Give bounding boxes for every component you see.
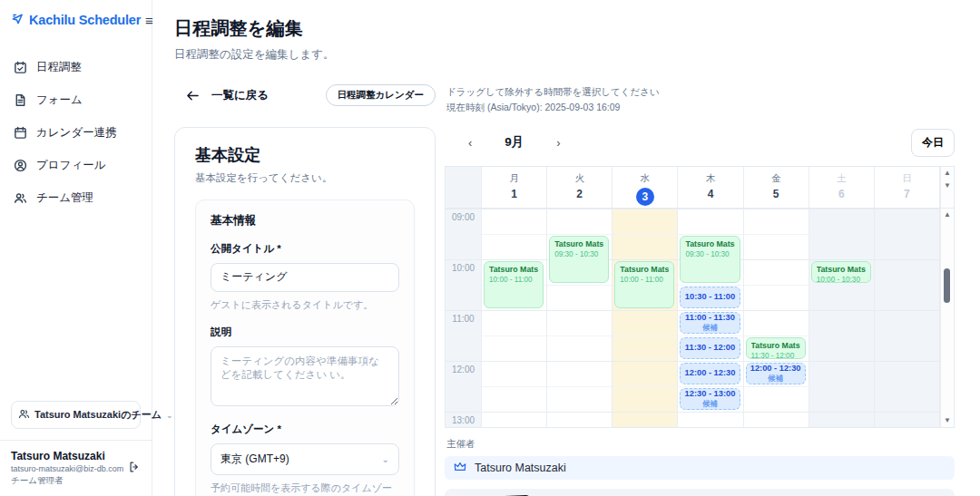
candidate-slot[interactable]: 12:30 - 13:00候補 bbox=[680, 388, 740, 410]
team-selector[interactable]: Tatsuro Matsuzakiのチーム ⌄ bbox=[11, 401, 141, 429]
timezone-help: 予約可能時間を表示する際のタイムゾーンです。 bbox=[211, 481, 399, 496]
day-header-5[interactable]: 土6 bbox=[809, 167, 875, 208]
app-logo: Kachilu Scheduler ≡ bbox=[11, 12, 141, 28]
day-header-0[interactable]: 月1 bbox=[482, 167, 547, 208]
sidebar-item-label: カレンダー連携 bbox=[36, 125, 117, 141]
candidate-slot[interactable]: 11:00 - 11:30候補 bbox=[680, 312, 740, 334]
organizer-name: Tatsuro Matsuzaki bbox=[475, 462, 566, 474]
sidebar-item-2[interactable]: カレンダー連携 bbox=[11, 121, 141, 145]
candidate-slot[interactable]: 10:30 - 11:00 bbox=[680, 287, 740, 308]
time-gutter: 09:0010:0011:0012:0013:00 bbox=[446, 209, 482, 427]
meeting-list-item[interactable]: ミーティング 30分 bbox=[445, 489, 955, 496]
busy-event[interactable]: Tatsuro Matsuza...10:00 - 11:00 bbox=[484, 261, 544, 308]
scroll-down-icon[interactable]: ▼ bbox=[944, 180, 951, 192]
busy-event[interactable]: Tatsuro Matsuza...09:30 - 10:30 bbox=[549, 236, 609, 283]
scrollbar-thumb[interactable] bbox=[944, 268, 950, 303]
time-label: 12:00 bbox=[446, 365, 481, 374]
day-header-2[interactable]: 水3 bbox=[612, 167, 678, 208]
sidebar: Kachilu Scheduler ≡ 日程調整フォームカレンダー連携プロフィー… bbox=[0, 0, 152, 496]
page-title: 日程調整を編集 bbox=[174, 16, 962, 41]
scroll-up-icon[interactable]: ▲ bbox=[944, 167, 951, 180]
sidebar-item-3[interactable]: プロフィール bbox=[11, 153, 141, 178]
sidebar-item-label: チーム管理 bbox=[36, 190, 93, 206]
busy-event[interactable]: Tatsuro Matsuza...11:30 - 12:00 bbox=[746, 337, 806, 359]
day-header-row: 月1火2水3木4金5土6日7 ▲ ▼ bbox=[446, 167, 954, 209]
description-textarea[interactable] bbox=[211, 346, 399, 406]
basic-settings-subtitle: 基本設定を行ってください。 bbox=[195, 171, 415, 185]
busy-event[interactable]: Tatsuro Matsuza...09:30 - 10:30 bbox=[680, 236, 740, 283]
day-header-4[interactable]: 金5 bbox=[744, 167, 809, 208]
day-header-1[interactable]: 火2 bbox=[547, 167, 612, 208]
day-column-6[interactable] bbox=[875, 209, 940, 427]
time-label: 11:00 bbox=[446, 314, 481, 324]
candidate-slot[interactable]: 12:00 - 12:30候補 bbox=[746, 363, 806, 384]
sidebar-item-label: 日程調整 bbox=[36, 60, 82, 75]
user-block: Tatsuro Matsuzaki tatsuro-matsuzaki@biz-… bbox=[0, 440, 152, 487]
time-label: 13:00 bbox=[446, 415, 481, 425]
timezone-value: 東京 (GMT+9) bbox=[220, 452, 289, 467]
day-column-5[interactable]: Tatsuro Matsuza...10:00 - 10:30 bbox=[809, 209, 875, 427]
header-scroll-rail: ▲ ▼ bbox=[940, 167, 954, 208]
time-label: 10:00 bbox=[446, 263, 481, 273]
public-title-input[interactable] bbox=[211, 263, 399, 292]
calendar-body: 09:0010:0011:0012:0013:00 Tatsuro Matsuz… bbox=[446, 209, 954, 427]
hint-line2: 現在時刻 (Asia/Tokyo): 2025-09-03 16:09 bbox=[446, 100, 660, 115]
day-column-3[interactable]: Tatsuro Matsuza...09:30 - 10:3010:30 - 1… bbox=[678, 209, 743, 427]
basic-info-card: 基本情報 公開タイトル * ゲストに表示されるタイトルです。 説明 タイムゾーン… bbox=[195, 199, 415, 496]
candidate-slot[interactable]: 12:00 - 12:30 bbox=[680, 363, 740, 384]
time-label: 09:00 bbox=[446, 212, 481, 222]
team-icon bbox=[18, 408, 30, 422]
next-month-icon[interactable]: › bbox=[551, 134, 565, 151]
organizer-bar: Tatsuro Matsuzaki bbox=[445, 456, 955, 480]
logo-icon bbox=[11, 12, 24, 28]
sidebar-item-0[interactable]: 日程調整 bbox=[11, 55, 141, 80]
calendar-nav: ‹ 9月 › 今日 bbox=[445, 127, 962, 166]
crown-icon bbox=[454, 461, 466, 475]
day-column-4[interactable]: Tatsuro Matsuza...11:30 - 12:0012:00 - 1… bbox=[744, 209, 809, 427]
back-arrow-icon bbox=[186, 90, 200, 102]
basic-settings-title: 基本設定 bbox=[195, 144, 415, 166]
gutter-header bbox=[446, 167, 482, 208]
logout-icon[interactable] bbox=[128, 461, 141, 476]
scroll-down-icon[interactable]: ▼ bbox=[944, 414, 951, 427]
user-email: tatsuro-matsuzaki@biz-db.com bbox=[11, 464, 124, 473]
basic-settings-panel: 基本設定 基本設定を行ってください。 基本情報 公開タイトル * ゲストに表示さ… bbox=[174, 127, 436, 496]
chevron-down-icon: ⌄ bbox=[382, 454, 389, 464]
team-selector-label: Tatsuro Matsuzakiのチーム bbox=[34, 408, 162, 422]
calendar-grid: 月1火2水3木4金5土6日7 ▲ ▼ 09:0010:0011:0012:001… bbox=[445, 166, 955, 428]
app-name: Kachilu Scheduler bbox=[29, 13, 141, 27]
back-button-label: 一覧に戻る bbox=[211, 88, 269, 103]
profile-icon bbox=[13, 159, 27, 173]
toolbar: 一覧に戻る 日程調整カレンダー ドラッグして除外する時間帯を選択してください 現… bbox=[174, 84, 962, 115]
day-column-1[interactable]: Tatsuro Matsuza...09:30 - 10:30 bbox=[547, 209, 612, 427]
day-header-3[interactable]: 木4 bbox=[678, 167, 743, 208]
public-title-help: ゲストに表示されるタイトルです。 bbox=[211, 298, 399, 312]
sidebar-item-1[interactable]: フォーム bbox=[11, 88, 141, 112]
day-header-6[interactable]: 日7 bbox=[875, 167, 940, 208]
prev-month-icon[interactable]: ‹ bbox=[463, 134, 477, 151]
calendar-check-icon bbox=[13, 61, 27, 75]
candidate-slot[interactable]: 11:30 - 12:00 bbox=[680, 337, 740, 359]
busy-event[interactable]: Tatsuro Matsuza...10:00 - 11:00 bbox=[614, 261, 674, 308]
calendar-panel: ‹ 9月 › 今日 月1火2水3木4金5土6日7 ▲ ▼ 09:0010:001… bbox=[445, 127, 962, 496]
organizer-label: 主催者 bbox=[446, 438, 962, 451]
sidebar-item-4[interactable]: チーム管理 bbox=[11, 186, 141, 210]
day-column-0[interactable]: Tatsuro Matsuza...10:00 - 11:00 bbox=[482, 209, 547, 427]
today-button[interactable]: 今日 bbox=[911, 129, 955, 157]
sidebar-item-label: フォーム bbox=[36, 92, 83, 108]
month-label: 9月 bbox=[505, 134, 524, 151]
sidebar-item-label: プロフィール bbox=[36, 158, 105, 173]
calendar-type-badge: 日程調整カレンダー bbox=[326, 84, 436, 106]
busy-event[interactable]: Tatsuro Matsuza...10:00 - 10:30 bbox=[811, 261, 871, 283]
user-role: チーム管理者 bbox=[11, 475, 124, 487]
timezone-label: タイムゾーン * bbox=[211, 423, 399, 436]
page-subtitle: 日程調整の設定を編集します。 bbox=[174, 47, 962, 63]
body-scroll-rail: ▲ ▼ bbox=[940, 209, 954, 427]
hint-line1: ドラッグして除外する時間帯を選択してください bbox=[446, 84, 660, 100]
timezone-select[interactable]: 東京 (GMT+9) ⌄ bbox=[211, 443, 399, 475]
scroll-up-icon[interactable]: ▲ bbox=[944, 209, 951, 221]
user-name: Tatsuro Matsuzaki bbox=[11, 450, 124, 462]
day-column-2[interactable]: Tatsuro Matsuza...10:00 - 11:00 bbox=[612, 209, 678, 427]
calendar-hints: ドラッグして除外する時間帯を選択してください 現在時刻 (Asia/Tokyo)… bbox=[446, 84, 660, 115]
back-button[interactable]: 一覧に戻る bbox=[186, 88, 269, 103]
